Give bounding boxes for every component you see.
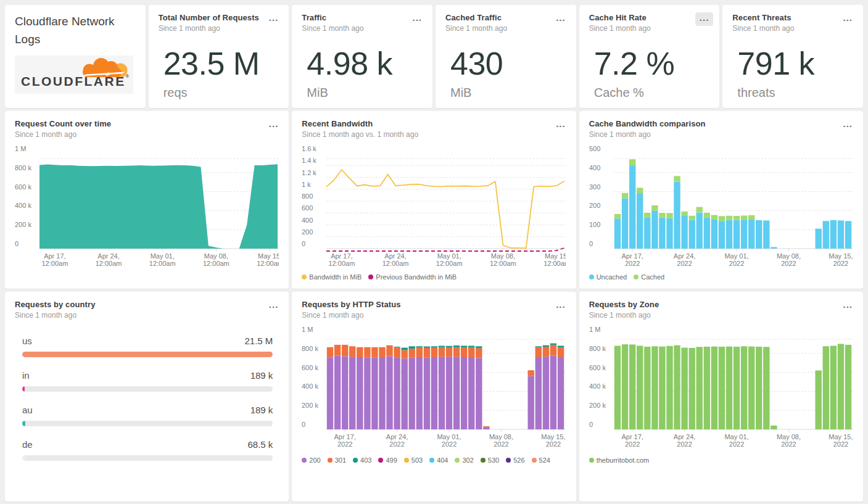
- legend-dot-icon: [429, 458, 434, 463]
- legend-dot-icon: [634, 275, 639, 279]
- legend-label: Uncached: [597, 273, 627, 281]
- menu-dots-icon[interactable]: ...: [408, 12, 427, 26]
- card-subtitle: Since 1 month ago: [445, 24, 566, 33]
- menu-dots-icon[interactable]: ...: [839, 12, 858, 26]
- card-subtitle: Since 1 month ago: [15, 130, 279, 139]
- legend-item[interactable]: 200: [302, 456, 320, 464]
- dashboard: Cloudflare Network Logs CLOUDFLARE® Tota…: [0, 0, 868, 504]
- card-subtitle: Since 1 month ago: [732, 24, 853, 33]
- legend-item[interactable]: 499: [378, 456, 397, 464]
- menu-dots-icon[interactable]: ...: [838, 299, 857, 313]
- legend-item[interactable]: 530: [481, 456, 499, 464]
- http-status-chart[interactable]: 1 M800 k600 k400 k200 k0Apr 17,2022Apr 2…: [302, 324, 566, 454]
- country-label: de: [22, 439, 33, 450]
- card-title: Request Count over time: [15, 119, 279, 128]
- stat-row: Cloudflare Network Logs CLOUDFLARE® Tota…: [5, 5, 863, 108]
- legend-item[interactable]: 301: [328, 456, 346, 464]
- svg-text:800 k: 800 k: [302, 345, 318, 352]
- legend-item[interactable]: 526: [506, 456, 524, 464]
- legend-item[interactable]: 302: [455, 456, 473, 464]
- svg-text:1.2 k: 1.2 k: [302, 169, 316, 176]
- card-title: Total Number of Requests: [159, 13, 279, 22]
- svg-text:200: 200: [589, 202, 600, 209]
- country-row[interactable]: us21.5 M: [22, 336, 273, 357]
- legend-dot-icon: [378, 458, 383, 463]
- legend-item[interactable]: 403: [353, 456, 371, 464]
- cache-bandwidth-chart[interactable]: 5004003002001000Apr 17,2022Apr 24,2022Ma…: [589, 144, 853, 271]
- stat-value: 791 k: [737, 45, 853, 82]
- legend-item[interactable]: Cached: [634, 273, 664, 281]
- svg-text:400 k: 400 k: [589, 382, 606, 390]
- country-bar-fill: [22, 421, 25, 426]
- card-branding: Cloudflare Network Logs CLOUDFLARE®: [5, 5, 146, 108]
- svg-text:Apr 24,2022: Apr 24,2022: [674, 252, 695, 267]
- legend-dot-icon: [302, 275, 307, 279]
- request-count-chart[interactable]: 1 M800 k600 k400 k200 k0Apr 17,12:00amAp…: [15, 144, 279, 271]
- legend-label: theburritobot.com: [597, 456, 650, 464]
- card-request-count: Request Count over time Since 1 month ag…: [5, 111, 289, 289]
- svg-text:0: 0: [302, 240, 305, 247]
- country-row[interactable]: de68.5 k: [22, 439, 273, 461]
- requests-by-zone-chart[interactable]: 1 M800 k600 k400 k200 k0Apr 17,2022Apr 2…: [589, 324, 853, 454]
- legend-label: 301: [335, 456, 346, 464]
- svg-text:May 15,2022: May 15,2022: [542, 433, 566, 448]
- menu-dots-icon[interactable]: ...: [265, 299, 283, 313]
- country-bar-track: [22, 421, 273, 426]
- menu-dots-icon[interactable]: ...: [838, 118, 857, 132]
- card-title: Cache Hit Rate: [589, 13, 710, 22]
- svg-text:800 k: 800 k: [589, 345, 606, 352]
- menu-dots-icon[interactable]: ...: [552, 118, 570, 132]
- card-subtitle: Since 1 month ago: [159, 24, 279, 33]
- card-http-status: Requests by HTTP Status Since 1 month ag…: [292, 292, 576, 502]
- legend-item[interactable]: theburritobot.com: [589, 456, 650, 464]
- menu-dots-icon[interactable]: ...: [265, 12, 283, 26]
- cloudflare-wordmark: CLOUDFLARE®: [21, 74, 130, 89]
- card-title: Recent Bandwidth: [302, 119, 566, 128]
- svg-text:May 08,12:00am: May 08,12:00am: [490, 252, 516, 267]
- legend-dot-icon: [589, 458, 594, 463]
- stat-unit: threats: [737, 86, 853, 100]
- legend-label: 503: [411, 456, 423, 464]
- card-cache-hit-rate: Cache Hit Rate Since 1 month ago ... 7.2…: [579, 5, 720, 108]
- svg-text:1 k: 1 k: [302, 181, 311, 188]
- menu-dots-icon[interactable]: ...: [552, 12, 570, 26]
- card-traffic: Traffic Since 1 month ago ... 4.98 k MiB: [292, 5, 432, 108]
- legend-item[interactable]: Uncached: [589, 273, 627, 281]
- svg-text:400: 400: [302, 217, 313, 224]
- recent-bandwidth-chart[interactable]: 1.6 k1.4 k1.2 k1 k8006004002000Apr 17,12…: [302, 144, 566, 271]
- legend-item[interactable]: 524: [532, 456, 550, 464]
- menu-dots-icon[interactable]: ...: [695, 12, 714, 26]
- menu-dots-icon[interactable]: ...: [552, 299, 570, 313]
- svg-text:May 08,2022: May 08,2022: [777, 252, 801, 267]
- svg-text:1.6 k: 1.6 k: [302, 145, 316, 152]
- http-status-legend: 200301403499503404302530526524: [302, 456, 566, 464]
- card-subtitle: Since 1 month ago: [589, 130, 853, 139]
- stat-unit: MiB: [450, 86, 566, 100]
- menu-dots-icon[interactable]: ...: [265, 118, 283, 132]
- svg-text:0: 0: [589, 240, 593, 247]
- country-value: 189 k: [250, 370, 273, 381]
- svg-text:1 M: 1 M: [15, 145, 26, 152]
- svg-text:100: 100: [589, 221, 600, 228]
- country-bar-track: [22, 386, 273, 392]
- chart-row-1: Request Count over time Since 1 month ag…: [5, 111, 863, 289]
- card-subtitle: Since 1 month ago: [15, 311, 279, 320]
- card-subtitle: Since 1 month ago: [589, 311, 853, 320]
- legend-item[interactable]: 503: [404, 456, 423, 464]
- svg-text:Apr 17,2022: Apr 17,2022: [334, 433, 356, 448]
- card-cached-traffic: Cached Traffic Since 1 month ago ... 430…: [436, 5, 576, 108]
- country-row[interactable]: in189 k: [22, 370, 273, 392]
- svg-text:600 k: 600 k: [15, 183, 31, 191]
- legend-label: 526: [513, 456, 524, 464]
- svg-text:May 15,2022: May 15,2022: [829, 252, 853, 267]
- svg-text:400 k: 400 k: [15, 202, 31, 209]
- legend-item[interactable]: Bandwidth in MiB: [302, 273, 362, 281]
- legend-label: 404: [437, 456, 448, 464]
- legend-label: 200: [309, 456, 320, 464]
- country-row[interactable]: au189 k: [22, 405, 273, 426]
- legend-item[interactable]: 404: [429, 456, 448, 464]
- country-value: 68.5 k: [247, 439, 273, 450]
- svg-text:Apr 24,2022: Apr 24,2022: [386, 433, 408, 448]
- legend-item[interactable]: Previous Bandwidth in MiB: [368, 273, 457, 281]
- legend-label: 530: [488, 456, 499, 464]
